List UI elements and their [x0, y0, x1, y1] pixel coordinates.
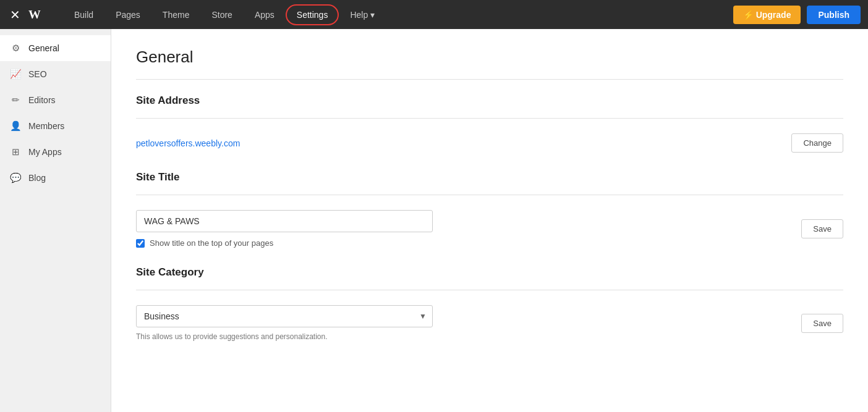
publish-button[interactable]: Publish [807, 6, 861, 24]
seo-icon: 📈 [10, 69, 21, 80]
nav-pages[interactable]: Pages [104, 0, 151, 29]
change-address-button[interactable]: Change [791, 133, 843, 153]
save-title-button[interactable]: Save [801, 219, 843, 238]
save-category-button[interactable]: Save [801, 314, 843, 333]
sidebar-label-general: General [28, 43, 59, 53]
category-select-wrapper: Business Personal Portfolio Blog Online … [136, 305, 433, 327]
nav-settings[interactable]: Settings [286, 4, 339, 25]
page-title: General [136, 48, 843, 67]
nav-items: Build Pages Theme Store Apps Settings He… [63, 0, 733, 29]
nav-build[interactable]: Build [63, 0, 104, 29]
title-divider [136, 79, 843, 80]
site-title-section: Site Title Show title on the top of your… [136, 171, 843, 248]
blog-icon: 💬 [10, 172, 21, 183]
sidebar-item-editors[interactable]: ✏ Editors [0, 87, 111, 113]
svg-text:W: W [28, 7, 41, 21]
site-address-row: petloversoffers.weebly.com Change [136, 133, 843, 153]
site-address-section: Site Address petloversoffers.weebly.com … [136, 95, 843, 153]
show-title-label: Show title on the top of your pages [150, 238, 273, 248]
sidebar-label-blog: Blog [28, 173, 46, 183]
nav-right: ⚡ Upgrade Publish [733, 6, 861, 24]
apps-icon: ⊞ [10, 146, 21, 158]
sidebar: ⚙ General 📈 SEO ✏ Editors 👤 Members ⊞ My… [0, 29, 111, 412]
address-divider [136, 118, 843, 119]
members-icon: 👤 [10, 120, 21, 132]
sidebar-item-blog[interactable]: 💬 Blog [0, 165, 111, 191]
nav-store[interactable]: Store [200, 0, 243, 29]
site-category-content: Business Personal Portfolio Blog Online … [136, 305, 801, 341]
main-content: General Site Address petloversoffers.wee… [111, 29, 868, 412]
category-helper-text: This allows us to provide suggestions an… [136, 332, 801, 341]
top-nav: ✕ W Build Pages Theme Store Apps Setting… [0, 0, 868, 29]
site-category-section: Site Category Business Personal Portfoli… [136, 266, 843, 341]
category-divider [136, 290, 843, 290]
sidebar-item-myapps[interactable]: ⊞ My Apps [0, 139, 111, 165]
site-category-heading: Site Category [136, 266, 843, 279]
upgrade-button[interactable]: ⚡ Upgrade [733, 6, 801, 24]
show-title-checkbox[interactable] [136, 239, 145, 248]
nav-theme[interactable]: Theme [151, 0, 201, 29]
layout: ⚙ General 📈 SEO ✏ Editors 👤 Members ⊞ My… [0, 29, 868, 412]
show-title-row: Show title on the top of your pages [136, 238, 801, 248]
site-address-title: Site Address [136, 95, 843, 107]
site-url-link[interactable]: petloversoffers.weebly.com [136, 138, 240, 148]
site-category-row: Business Personal Portfolio Blog Online … [136, 305, 843, 341]
site-title-heading: Site Title [136, 171, 843, 183]
site-address-content: petloversoffers.weebly.com [136, 138, 791, 149]
edit-icon: ✏ [10, 95, 21, 106]
sidebar-label-members: Members [28, 121, 64, 131]
title-section-divider [136, 195, 843, 195]
sidebar-label-editors: Editors [28, 95, 56, 105]
nav-help[interactable]: Help ▾ [339, 0, 386, 29]
site-title-row: Show title on the top of your pages Save [136, 210, 843, 248]
category-select[interactable]: Business Personal Portfolio Blog Online … [136, 305, 433, 327]
nav-apps[interactable]: Apps [244, 0, 286, 29]
sidebar-label-myapps: My Apps [28, 147, 62, 157]
weebly-logo: W [28, 6, 51, 23]
sidebar-item-members[interactable]: 👤 Members [0, 113, 111, 139]
sidebar-item-general[interactable]: ⚙ General [0, 35, 111, 61]
sidebar-item-seo[interactable]: 📈 SEO [0, 61, 111, 87]
site-title-input[interactable] [136, 210, 433, 232]
close-button[interactable]: ✕ [7, 9, 22, 21]
sidebar-label-seo: SEO [28, 69, 47, 79]
gear-icon: ⚙ [10, 43, 21, 54]
site-title-content: Show title on the top of your pages [136, 210, 801, 248]
